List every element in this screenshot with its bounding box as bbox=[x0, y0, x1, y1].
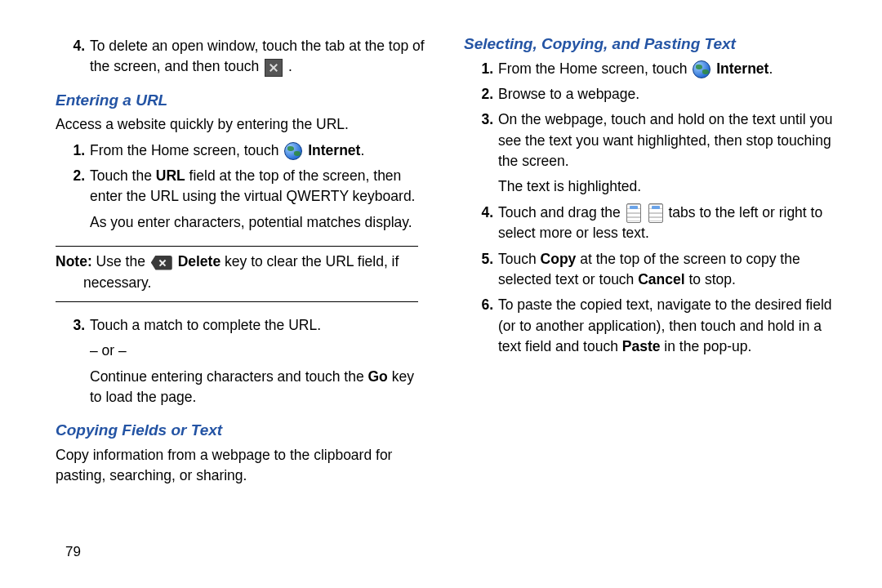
right-column: Selecting, Copying, and Pasting Text Fro… bbox=[441, 33, 849, 572]
delete-key-icon bbox=[151, 256, 172, 270]
url-step-1-post: . bbox=[360, 142, 364, 158]
sel-step-6-c: in the pop-up. bbox=[660, 338, 751, 354]
url-step-3-b-pre: Continue entering characters and touch t… bbox=[90, 368, 368, 385]
url-step-2-sub: As you enter characters, potential match… bbox=[90, 212, 426, 233]
intro-entering-url: Access a website quickly by entering the… bbox=[56, 114, 426, 135]
heading-selecting-text: Selecting, Copying, and Pasting Text bbox=[456, 33, 835, 56]
sel-step-6: To paste the copied text, navigate to th… bbox=[498, 295, 835, 357]
sel-step-1-pre: From the Home screen, touch bbox=[498, 60, 691, 77]
url-step-3-a: Touch a match to complete the URL. bbox=[90, 317, 321, 333]
sel-step-1: From the Home screen, touch Internet. bbox=[498, 59, 835, 79]
url-step-3-or: – or – bbox=[90, 341, 426, 361]
sel-step-1-bold: Internet bbox=[716, 60, 768, 77]
sel-step-5-b2: Cancel bbox=[638, 271, 684, 287]
prior-steps-cont: To delete an open window, touch the tab … bbox=[47, 36, 426, 78]
internet-globe-icon bbox=[693, 60, 710, 78]
step-4-text-post: . bbox=[288, 58, 292, 74]
sel-step-3-sub: The text is highlighted. bbox=[498, 176, 835, 197]
page-number: 79 bbox=[65, 544, 81, 560]
url-step-2-bold: URL bbox=[156, 167, 185, 184]
heading-entering-url: Entering a URL bbox=[47, 89, 426, 112]
sel-step-5: Touch Copy at the top of the screen to c… bbox=[498, 249, 835, 291]
url-steps: From the Home screen, touch Internet. To… bbox=[47, 140, 426, 234]
sel-step-6-b: Paste bbox=[622, 338, 661, 354]
select-steps: From the Home screen, touch Internet. Br… bbox=[456, 59, 835, 358]
internet-globe-icon bbox=[284, 142, 302, 160]
sel-step-4-pre: Touch and drag the bbox=[498, 204, 625, 220]
step-4-text-pre: To delete an open window, touch the tab … bbox=[90, 38, 425, 74]
sel-step-4: Touch and drag the tabs to the left or r… bbox=[498, 203, 835, 244]
selection-handle-right-icon bbox=[648, 203, 663, 223]
url-steps-cont: Touch a match to complete the URL. – or … bbox=[47, 315, 426, 408]
sel-step-3: On the webpage, touch and hold on the te… bbox=[498, 109, 835, 198]
url-step-3-b-bold: Go bbox=[368, 368, 388, 385]
intro-copying-fields: Copy information from a webpage to the c… bbox=[56, 445, 426, 487]
note-a: Use the bbox=[92, 253, 149, 270]
sel-step-5-c: to stop. bbox=[685, 271, 736, 287]
sel-step-5-a: Touch bbox=[498, 251, 541, 267]
note-bold: Delete bbox=[178, 253, 221, 270]
selection-handle-left-icon bbox=[626, 203, 641, 223]
manual-page: To delete an open window, touch the tab … bbox=[0, 0, 882, 588]
url-step-2-a: Touch the bbox=[90, 167, 156, 184]
url-step-2: Touch the URL field at the top of the sc… bbox=[90, 166, 426, 233]
url-step-1-pre: From the Home screen, touch bbox=[90, 142, 283, 158]
sel-step-2-text: Browse to a webpage. bbox=[498, 86, 639, 102]
url-step-1-bold: Internet bbox=[308, 142, 360, 158]
sel-step-5-b1: Copy bbox=[541, 251, 577, 267]
close-window-icon bbox=[265, 59, 283, 77]
left-column: To delete an open window, touch the tab … bbox=[33, 33, 441, 572]
step-4: To delete an open window, touch the tab … bbox=[90, 36, 426, 78]
note-box: Note: Use the Delete key to clear the UR… bbox=[56, 246, 418, 302]
url-step-1: From the Home screen, touch Internet. bbox=[90, 140, 426, 161]
url-step-3: Touch a match to complete the URL. – or … bbox=[90, 315, 426, 408]
heading-copying-fields: Copying Fields or Text bbox=[47, 419, 426, 442]
sel-step-1-post: . bbox=[768, 60, 773, 77]
sel-step-3-a: On the webpage, touch and hold on the te… bbox=[498, 111, 833, 169]
note-label: Note: bbox=[56, 253, 92, 270]
sel-step-2: Browse to a webpage. bbox=[498, 84, 835, 105]
